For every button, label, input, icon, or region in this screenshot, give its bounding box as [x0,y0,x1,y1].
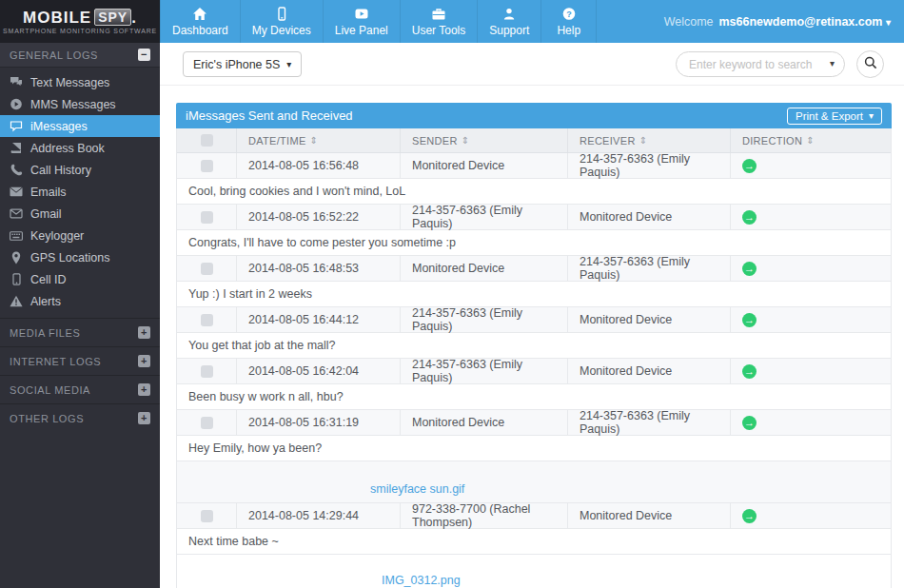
cell-datetime: 2014-08-05 16:52:22 [237,205,401,229]
nav-item-label: My Devices [252,24,311,37]
sidebar-section-other-logs[interactable]: OTHER LOGS + [0,403,160,432]
direction-arrow-icon: → [742,262,757,276]
message-text: Yup :) I start in 2 weeks [177,282,891,307]
sidebar-item-alerts[interactable]: Alerts [0,290,160,312]
sidebar-section-general-logs[interactable]: GENERAL LOGS − [0,43,160,68]
device-selector[interactable]: Eric's iPhone 5S ▾ [183,51,302,77]
nav-item-support[interactable]: Support [478,0,541,43]
sidebar-item-address-book[interactable]: Address Book [0,137,160,159]
sidebar-item-label: Text Messages [30,76,109,89]
column-header-direction[interactable]: DIRECTION⇕ [731,128,891,152]
search-input[interactable] [676,51,845,77]
top-bar: MOBILESPY. SMARTPHONE MONITORING SOFTWAR… [0,0,904,43]
play-circle-icon [10,98,23,110]
attachment-link[interactable]: smileyface sun.gif [370,482,464,496]
row-checkbox[interactable] [201,211,213,224]
row-checkbox[interactable] [201,365,213,378]
print-export-button[interactable]: Print & Export ▾ [787,108,882,125]
nav-item-label: Support [489,24,529,37]
select-all-checkbox[interactable] [201,134,213,147]
sidebar-item-text-messages[interactable]: Text Messages [0,71,160,93]
mobile-icon [10,273,23,285]
sidebar-item-mms-messages[interactable]: MMS Messages [0,93,160,115]
nav-item-user-tools[interactable]: User Tools [401,0,478,43]
message-text: Been busy w work n all, hbu? [177,384,891,410]
account-dropdown[interactable]: ms66newdemo@retinax.com ▾ [719,15,892,29]
expand-icon[interactable]: + [138,412,150,424]
expand-icon[interactable]: + [138,383,150,396]
sidebar-section-media-files[interactable]: MEDIA FILES + [0,318,160,346]
table-row: 2014-08-05 16:44:12 214-357-6363 (Emily … [177,307,891,333]
section-title: MEDIA FILES [10,327,80,339]
sidebar-item-label: GPS Locations [30,251,109,265]
nav-item-my-devices[interactable]: My Devices [241,0,324,43]
nav-item-dashboard[interactable]: Dashboard [160,0,241,43]
attachment-link[interactable]: IMG_0312.png [382,574,461,587]
keyboard-icon [10,231,23,241]
message-text: Next time babe ~ [177,529,891,555]
row-checkbox[interactable] [201,510,213,522]
cell-sender: Monitored Device [401,410,568,435]
chevron-down-icon: ▾ [286,59,291,69]
cell-receiver: 214-357-6363 (Emily Paquis) [568,410,731,435]
sort-icon: ⇕ [639,135,648,146]
nav-item-label: Help [557,24,580,37]
search-dropdown-caret[interactable]: ▾ [830,58,835,69]
expand-icon[interactable]: + [138,355,150,367]
sort-icon: ⇕ [806,135,815,146]
sort-icon: ⇕ [462,135,470,146]
row-checkbox[interactable] [201,160,213,172]
sidebar-item-label: Emails [30,186,67,199]
row-checkbox[interactable] [201,263,213,275]
sidebar-item-emails[interactable]: Emails [0,181,160,203]
logo-brand-main: MOBILE [23,10,91,26]
column-header-sender[interactable]: SENDER⇕ [401,128,568,152]
app-logo: MOBILESPY. SMARTPHONE MONITORING SOFTWAR… [0,0,160,43]
envelope-outline-icon [10,208,23,219]
direction-arrow-icon: → [742,210,757,225]
cell-datetime: 2014-08-05 16:44:12 [237,307,401,332]
table-row: 2014-08-05 16:56:48 Monitored Device 214… [177,153,891,179]
nav-item-live-panel[interactable]: Live Panel [324,0,401,43]
sidebar-item-gmail[interactable]: Gmail [0,203,160,225]
sidebar-item-label: iMessages [30,120,88,133]
sidebar-section-social-media[interactable]: SOCIAL MEDIA + [0,375,160,403]
expand-icon[interactable]: + [138,326,150,339]
cell-datetime: 2014-08-05 14:29:44 [237,503,401,528]
collapse-icon[interactable]: − [138,49,150,61]
message-text: You get that job at the mall? [177,333,891,359]
cell-receiver: Monitored Device [568,307,731,332]
sidebar-item-cell-id[interactable]: Cell ID [0,268,160,290]
row-checkbox[interactable] [201,314,213,326]
direction-arrow-icon: → [742,159,757,173]
cell-receiver: Monitored Device [568,205,731,229]
chevron-down-icon: ▾ [869,110,874,121]
table-row: 2014-08-05 16:31:19 Monitored Device 214… [177,410,891,436]
logo-tagline: SMARTPHONE MONITORING SOFTWARE [3,28,157,34]
column-header-receiver[interactable]: RECEIVER⇕ [568,128,731,152]
sidebar-item-keylogger[interactable]: Keylogger [0,225,160,246]
search-button[interactable] [856,50,884,78]
row-checkbox[interactable] [201,417,213,429]
sidebar-item-gps-locations[interactable]: GPS Locations [0,246,160,268]
sidebar-item-imessages[interactable]: iMessages [0,115,160,137]
direction-arrow-icon: → [742,364,757,379]
cell-receiver: Monitored Device [568,503,731,528]
cell-receiver: Monitored Device [568,359,731,383]
search-box: ▾ [676,51,845,77]
cell-sender: 214-357-6363 (Emily Paquis) [401,359,568,383]
sidebar-item-call-history[interactable]: Call History [0,159,160,181]
cell-datetime: 2014-08-05 16:48:53 [237,256,401,281]
column-header-datetime[interactable]: DATE/TIME⇕ [237,128,401,152]
sidebar-item-label: Cell ID [30,273,67,286]
user-icon [501,7,517,21]
logo-brand-dot: . [131,10,137,26]
section-title: INTERNET LOGS [10,356,101,367]
table-row: 2014-08-05 14:29:44 972-338-7700 (Rachel… [177,503,891,529]
sidebar-section-internet-logs[interactable]: INTERNET LOGS + [0,346,160,375]
nav-item-help[interactable]: ? Help [541,0,597,43]
message-text: Congrats, I'll have to come pester you s… [177,230,891,256]
cell-sender: 214-357-6363 (Emily Paquis) [401,205,568,229]
question-circle-icon: ? [561,7,577,21]
table-row: 2014-08-05 16:48:53 Monitored Device 214… [177,256,891,282]
